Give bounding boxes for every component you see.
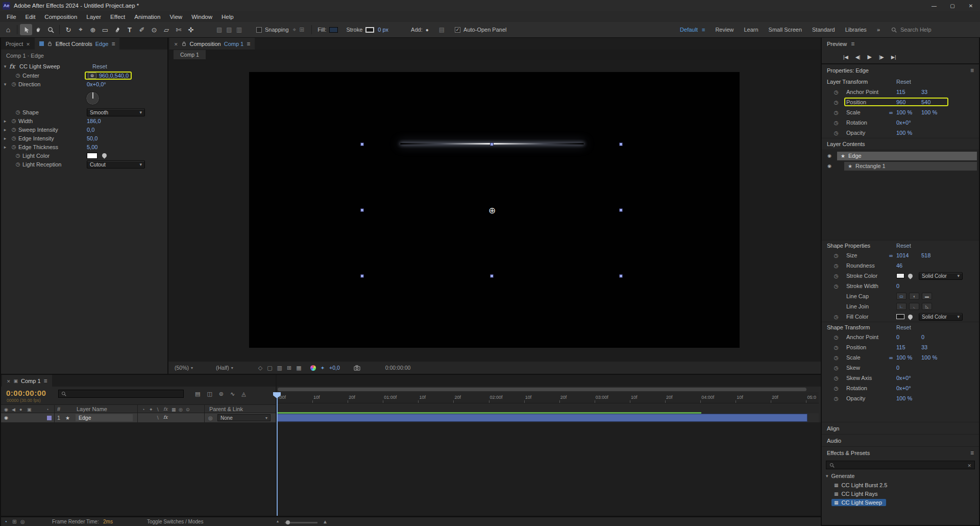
eyedropper-icon[interactable] (101, 152, 108, 159)
st-anchor-x[interactable]: 0 (896, 334, 921, 340)
st-rotation-value[interactable]: 0x+0° (896, 385, 921, 391)
lock-icon[interactable] (47, 41, 53, 46)
workspace-overflow-chevrons[interactable]: » (877, 27, 880, 33)
eye-icon[interactable]: ◉ (4, 415, 8, 420)
scale-x-value[interactable]: 100 % (896, 109, 921, 115)
stopwatch-icon[interactable] (832, 355, 840, 361)
roto-brush-tool-icon[interactable]: ✄ (173, 24, 185, 35)
rectangle-tool-icon[interactable]: ▭ (99, 24, 111, 35)
twirl-right-icon[interactable] (1, 118, 9, 124)
light-reception-dropdown[interactable]: Cutout (87, 160, 145, 169)
cache-status-icon[interactable]: ⊞ (12, 519, 16, 524)
stopwatch-icon[interactable] (9, 144, 18, 150)
angle-dial[interactable] (86, 91, 100, 105)
close-tab-icon[interactable] (174, 41, 178, 47)
stopwatch-icon[interactable] (9, 81, 18, 87)
gpu-status-icon[interactable]: ◔ (4, 519, 7, 524)
menu-item[interactable]: Window (187, 14, 217, 20)
region-of-interest-icon[interactable]: ◇ (258, 365, 262, 371)
rotation-value[interactable]: 0x+0° (896, 119, 921, 126)
maximize-icon[interactable]: ▢ (943, 0, 962, 11)
link-icon[interactable] (889, 110, 896, 115)
tab-effect-controls[interactable]: Effect Controls Edge (35, 38, 120, 50)
eye-icon[interactable] (822, 163, 837, 169)
add-shape-icon[interactable]: ● (426, 27, 429, 33)
st-opacity-value[interactable]: 100 % (896, 395, 921, 401)
fill-type-dropdown[interactable]: Solid Color (919, 313, 963, 321)
workspace-standard[interactable]: Standard (812, 27, 835, 33)
stroke-color-swatch[interactable] (896, 273, 904, 278)
stopwatch-icon[interactable] (9, 135, 18, 141)
st-scale-x[interactable]: 100 % (896, 354, 921, 361)
round-join-button[interactable]: ◟ (909, 303, 919, 310)
snap-frame-icon[interactable]: ⊞ (299, 26, 304, 33)
eraser-tool-icon[interactable]: ▱ (160, 24, 173, 35)
workspace-menu-icon[interactable]: ≡ (702, 27, 705, 33)
stroke-width-value[interactable]: 0 px (378, 27, 388, 33)
viewer-subtab-comp1[interactable]: Comp 1 (174, 50, 206, 59)
close-tab-icon[interactable] (7, 378, 11, 384)
camera-tool-icon[interactable]: ⌖ (75, 24, 87, 35)
workspace-small-screen[interactable]: Small Screen (769, 27, 802, 33)
menu-item[interactable]: Edit (21, 14, 40, 20)
light-color-swatch[interactable] (87, 153, 97, 159)
sweep-intensity-value[interactable]: 0,0 (87, 127, 94, 133)
workspace-review[interactable]: Review (715, 27, 733, 33)
eye-icon[interactable] (822, 153, 837, 158)
audio-panel-header[interactable]: Audio (822, 434, 979, 446)
link-icon[interactable] (889, 355, 896, 361)
panel-menu-icon[interactable] (970, 67, 974, 74)
selection-handle[interactable] (490, 274, 494, 278)
stopwatch-icon[interactable] (832, 253, 840, 258)
exposure-value[interactable]: +0,0 (329, 365, 340, 371)
playhead-line[interactable] (277, 392, 278, 516)
app-icon[interactable]: Ae (3, 2, 10, 10)
toggle-switches-modes-button[interactable]: Toggle Switches / Modes (147, 519, 204, 524)
zoom-in-mountain-icon[interactable]: ▲ (323, 519, 328, 524)
selection-handle[interactable] (360, 208, 364, 212)
workspace-libraries[interactable]: Libraries (845, 27, 867, 33)
contents-item-rectangle[interactable]: Rectangle 1 (844, 162, 977, 171)
stopwatch-icon[interactable] (13, 73, 22, 78)
panel-menu-icon[interactable] (44, 377, 47, 385)
view-layout-icon[interactable]: ▦ (296, 365, 301, 371)
snap-options-icon[interactable]: ⌖ (293, 26, 297, 33)
width-value[interactable]: 186,0 (87, 118, 101, 124)
workspace-default[interactable]: Default (680, 27, 698, 33)
composition-stage[interactable]: ⊕ (249, 72, 740, 348)
align-panel-header[interactable]: Align (822, 422, 979, 434)
anchor-point-icon[interactable]: ⊕ (488, 205, 496, 216)
time-navigator[interactable] (278, 388, 806, 391)
shape-properties-reset-button[interactable]: Reset (896, 243, 911, 249)
stopwatch-icon[interactable] (832, 89, 840, 95)
size-h-value[interactable]: 518 (921, 252, 946, 258)
shape-dropdown[interactable]: Smooth (87, 108, 145, 116)
menu-item[interactable]: View (165, 14, 187, 20)
stopwatch-icon[interactable] (9, 127, 18, 132)
pan-behind-tool-icon[interactable]: ⊕ (87, 24, 99, 35)
st-scale-y[interactable]: 100 % (921, 354, 946, 361)
type-tool-icon[interactable]: T (124, 24, 136, 35)
stopwatch-icon[interactable] (832, 283, 840, 289)
center-value[interactable]: 960,0,540,0 (99, 73, 129, 79)
hand-tool-icon[interactable] (32, 24, 44, 35)
stopwatch-icon[interactable] (832, 130, 840, 136)
shape-transform-reset-button[interactable]: Reset (896, 324, 911, 330)
stopwatch-icon[interactable] (832, 110, 840, 115)
stroke-color-swatch[interactable] (365, 27, 374, 33)
anchor-y-value[interactable]: 33 (921, 89, 946, 95)
twirl-right-icon[interactable] (1, 127, 9, 132)
twirl-down-icon[interactable] (826, 473, 828, 479)
layer-color-chip[interactable] (47, 416, 52, 420)
clone-stamp-tool-icon[interactable]: ⊙ (148, 24, 160, 35)
menu-item[interactable]: File (2, 14, 21, 20)
effect-name[interactable]: CC Light Sweep (19, 63, 92, 69)
layer-name[interactable]: Edge (76, 414, 133, 421)
position-x-value[interactable]: 960 (896, 99, 921, 105)
transparency-grid-icon[interactable]: ▢ (267, 365, 272, 371)
clear-search-icon[interactable] (967, 462, 971, 468)
contents-item-edge[interactable]: Edge (837, 152, 977, 160)
menu-item[interactable]: Effect (106, 14, 130, 20)
stopwatch-icon[interactable] (832, 396, 840, 401)
edge-intensity-value[interactable]: 50,0 (87, 135, 97, 141)
